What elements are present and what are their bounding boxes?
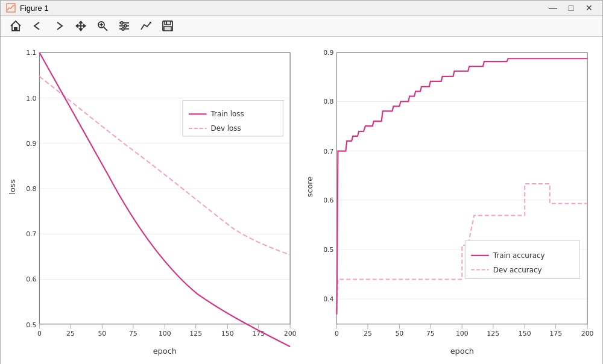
svg-text:150: 150 [221,330,234,337]
svg-rect-18 [39,52,290,324]
app-icon [5,2,16,13]
svg-text:200: 200 [284,330,297,337]
close-button[interactable]: ✕ [581,1,598,15]
zoom-button[interactable] [92,16,113,36]
svg-text:200: 200 [581,330,594,337]
acc-xticks: 0 25 50 75 100 125 150 175 200 [335,330,594,337]
svg-text:125: 125 [189,330,202,337]
svg-text:25: 25 [66,330,75,337]
svg-text:175: 175 [549,330,562,337]
svg-text:0.6: 0.6 [323,196,333,204]
window-controls: — □ ✕ [545,1,598,15]
svg-point-11 [121,22,123,24]
acc-ylabel: score [305,177,314,198]
svg-point-13 [122,28,124,30]
svg-text:0.4: 0.4 [323,295,333,303]
loss-chart: loss epoch 1.1 1.0 0.9 0.8 0.7 [7,43,299,361]
forward-button[interactable] [49,16,69,36]
svg-text:0.6: 0.6 [26,275,36,283]
legend-dev-acc-label: Dev accuracy [493,266,542,274]
svg-text:0.7: 0.7 [26,230,36,238]
minimize-button[interactable]: — [545,1,561,15]
acc-xlabel: epoch [450,347,474,356]
svg-text:0: 0 [37,330,42,337]
loss-xlabel: epoch [153,347,177,356]
svg-text:75: 75 [129,330,137,337]
svg-point-12 [124,25,127,27]
svg-text:100: 100 [159,330,171,337]
svg-text:0.9: 0.9 [323,49,333,57]
lines-button[interactable] [136,16,156,36]
loss-xticks: 0 25 50 75 100 125 150 175 200 [37,330,297,337]
accuracy-chart: score epoch 0.9 0.8 0.7 0.6 0.5 [304,43,596,361]
svg-line-5 [104,27,107,31]
toolbar [1,16,602,37]
back-button[interactable] [27,16,48,36]
svg-text:75: 75 [426,330,435,337]
svg-text:125: 125 [487,330,499,337]
svg-text:50: 50 [395,330,403,337]
legend-train-loss-label: Train loss [210,110,244,118]
svg-text:0: 0 [335,330,339,337]
svg-text:150: 150 [519,330,531,337]
svg-text:0.8: 0.8 [26,185,36,193]
maximize-button[interactable]: □ [563,1,579,15]
plot-area: loss epoch 1.1 1.0 0.9 0.8 0.7 [1,37,602,364]
svg-rect-16 [164,27,171,31]
svg-text:25: 25 [364,330,372,337]
main-window: Figure 1 — □ ✕ [0,0,603,364]
pan-button[interactable] [71,16,91,36]
svg-text:0.5: 0.5 [26,321,36,329]
svg-text:50: 50 [98,330,106,337]
save-button[interactable] [157,16,178,36]
svg-text:100: 100 [456,330,469,337]
svg-rect-15 [165,21,171,25]
svg-text:0.5: 0.5 [323,246,333,254]
window-title: Figure 1 [20,4,545,13]
svg-text:0.7: 0.7 [323,148,333,155]
svg-text:0.9: 0.9 [26,140,36,148]
svg-text:1.0: 1.0 [26,95,36,102]
legend-dev-loss-label: Dev loss [211,124,241,133]
title-bar: Figure 1 — □ ✕ [1,1,602,16]
legend-train-acc-label: Train accuracy [493,251,545,260]
home-button[interactable] [5,16,26,36]
svg-text:0.8: 0.8 [323,98,333,105]
svg-rect-1 [14,27,17,31]
configure-button[interactable] [114,16,134,36]
svg-text:1.1: 1.1 [26,49,36,57]
loss-ylabel: loss [8,179,17,194]
